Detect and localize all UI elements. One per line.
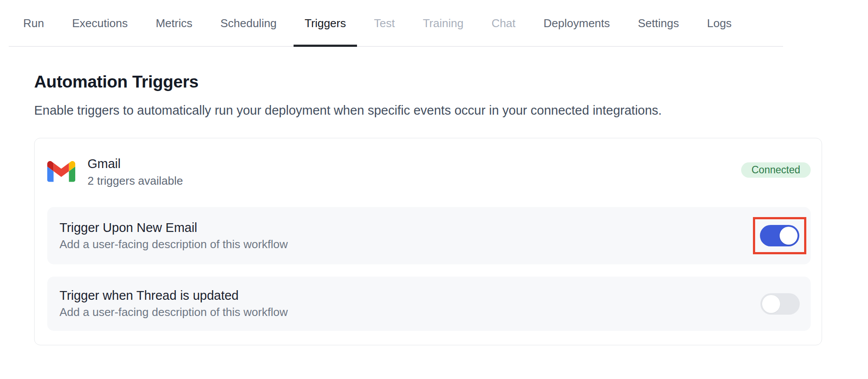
trigger-row-thread-updated: Trigger when Thread is updated Add a use…: [47, 277, 811, 331]
tab-logs[interactable]: Logs: [707, 0, 732, 47]
tab-metrics[interactable]: Metrics: [156, 0, 192, 47]
trigger-title: Trigger when Thread is updated: [60, 288, 288, 303]
trigger-row-text: Trigger when Thread is updated Add a use…: [60, 288, 288, 319]
integration-subtitle: 2 triggers available: [88, 174, 183, 188]
toggle-slot: [753, 217, 800, 254]
thread-updated-toggle[interactable]: [760, 293, 800, 315]
tab-training[interactable]: Training: [423, 0, 463, 47]
tab-scheduling[interactable]: Scheduling: [220, 0, 277, 47]
toggle-knob: [780, 227, 798, 245]
tab-settings[interactable]: Settings: [638, 0, 679, 47]
tab-triggers-label: Triggers: [304, 17, 346, 30]
trigger-row-new-email: Trigger Upon New Email Add a user-facing…: [47, 207, 811, 264]
tab-bar: Run Executions Metrics Scheduling Trigge…: [0, 0, 868, 47]
toggle-knob: [762, 295, 780, 313]
page-description: Enable triggers to automatically run you…: [34, 103, 822, 118]
tab-chat[interactable]: Chat: [491, 0, 515, 47]
tab-deployments[interactable]: Deployments: [543, 0, 610, 47]
trigger-description: Add a user-facing description of this wo…: [60, 238, 288, 251]
trigger-row-text: Trigger Upon New Email Add a user-facing…: [60, 221, 288, 251]
tab-executions[interactable]: Executions: [72, 0, 128, 47]
gmail-logo-icon: [47, 160, 75, 182]
page-title: Automation Triggers: [34, 72, 822, 91]
new-email-toggle[interactable]: [760, 225, 799, 246]
triggers-panel: Automation Triggers Enable triggers to a…: [0, 72, 868, 345]
tab-test[interactable]: Test: [374, 0, 395, 47]
integration-text: Gmail 2 triggers available: [88, 157, 183, 188]
tab-run[interactable]: Run: [23, 0, 44, 47]
trigger-description: Add a user-facing description of this wo…: [60, 305, 288, 319]
integration-card-header: Gmail 2 triggers available Connected: [47, 157, 811, 188]
trigger-title: Trigger Upon New Email: [60, 221, 288, 235]
connected-status-badge: Connected: [741, 162, 811, 178]
annotation-highlight-box: [753, 217, 806, 254]
toggle-slot: [760, 293, 800, 315]
integration-card: Gmail 2 triggers available Connected Tri…: [34, 138, 822, 345]
integration-name: Gmail: [88, 157, 183, 171]
tab-triggers[interactable]: Triggers: [304, 0, 346, 47]
active-tab-underline: [294, 45, 357, 47]
trigger-list: Trigger Upon New Email Add a user-facing…: [47, 207, 811, 331]
